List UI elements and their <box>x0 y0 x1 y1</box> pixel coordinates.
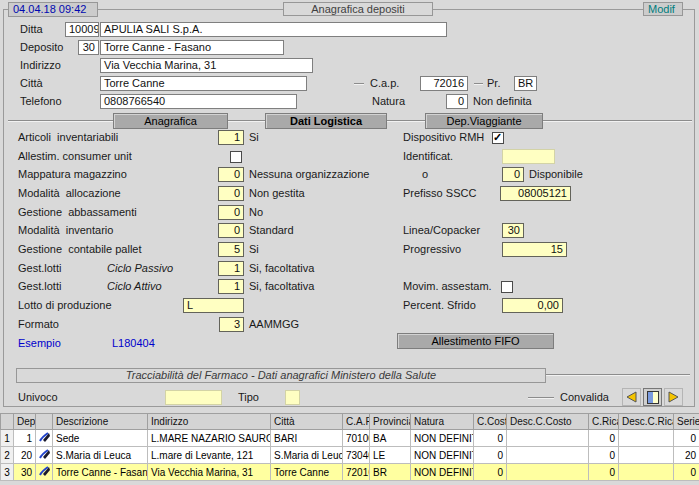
cell-natura[interactable]: NON DEFINITA <box>411 464 474 481</box>
formato-field[interactable]: 3 <box>219 317 244 332</box>
separator-dash <box>354 83 364 85</box>
tab-dati-logistica[interactable]: Dati Logistica <box>265 113 387 129</box>
cap-label: C.a.p. <box>370 76 399 91</box>
esempio-value: L180404 <box>112 336 155 351</box>
sscc-field[interactable]: 08005121 <box>500 186 571 201</box>
cell-cap[interactable]: 72016 <box>343 464 370 481</box>
edit-pen-icon[interactable] <box>36 447 53 464</box>
lotti-passivo-label: Gest.lotti <box>18 261 61 276</box>
cell-descrizione[interactable]: S.Maria di Leuca <box>53 447 148 464</box>
articoli-desc: Si <box>249 130 259 145</box>
allestimento-fifo-button[interactable]: Allestimento FIFO <box>397 333 554 349</box>
lotto-field[interactable]: L <box>183 298 244 313</box>
table-row[interactable]: 2 20 S.Maria di Leuca L.mare di Levante,… <box>1 447 699 464</box>
tipo-field[interactable] <box>285 390 300 405</box>
nav-next-button[interactable] <box>664 388 683 406</box>
cell-natura[interactable]: NON DEFINITA <box>411 430 474 447</box>
edit-pen-icon[interactable] <box>36 464 53 481</box>
cell-citta[interactable]: S.Maria di Leuca <box>271 447 343 464</box>
o-field[interactable]: 0 <box>502 167 524 182</box>
natura-code-field[interactable]: 0 <box>446 94 468 109</box>
abbassamenti-field[interactable]: 0 <box>218 205 244 220</box>
cell-indirizzo[interactable]: Via Vecchia Marina, 31 <box>148 464 271 481</box>
allestim-checkbox[interactable] <box>230 151 242 163</box>
cell-desc-cricavo[interactable] <box>619 464 674 481</box>
cell-ccosto[interactable]: 0 <box>474 464 507 481</box>
pr-field[interactable]: BR <box>514 76 537 91</box>
table-row-selected[interactable]: 3 30 Torre Canne - Fasano Via Vecchia Ma… <box>1 464 699 481</box>
univoco-field[interactable] <box>165 390 222 405</box>
cell-dep[interactable]: 1 <box>14 430 36 447</box>
cell-indirizzo[interactable]: L.mare di Levante, 121 <box>148 447 271 464</box>
telefono-field[interactable]: 0808766540 <box>100 94 297 109</box>
allocazione-field[interactable]: 0 <box>218 186 244 201</box>
sfrido-field[interactable]: 0,00 <box>502 298 563 313</box>
cell-descrizione[interactable]: Torre Canne - Fasano <box>53 464 148 481</box>
pallet-field[interactable]: 5 <box>218 242 244 257</box>
cell-cap[interactable]: 73040 <box>343 447 370 464</box>
nav-previous-button[interactable] <box>622 388 641 406</box>
cell-serie[interactable]: 20 <box>674 447 699 464</box>
cell-ccosto[interactable]: 0 <box>474 447 507 464</box>
mappatura-field[interactable]: 0 <box>218 167 244 182</box>
col-desc-cricavo: Desc.C.Ricavo <box>619 414 674 430</box>
cell-desc-ccosto[interactable] <box>507 464 589 481</box>
identificat-field[interactable] <box>502 149 555 164</box>
col-provincia: Provincia <box>370 414 411 430</box>
movim-checkbox[interactable] <box>501 281 513 293</box>
o-label: o <box>422 167 428 182</box>
cell-desc-ccosto[interactable] <box>507 430 589 447</box>
cell-cricavo[interactable]: 0 <box>589 464 619 481</box>
row-number[interactable]: 1 <box>1 430 14 447</box>
linea-field[interactable]: 30 <box>502 223 524 238</box>
cell-desc-cricavo[interactable] <box>619 447 674 464</box>
cell-cricavo[interactable]: 0 <box>589 430 619 447</box>
inventario-label: Modalità inventario <box>18 223 113 238</box>
progressivo-field[interactable]: 15 <box>502 242 567 257</box>
cell-cap[interactable]: 70100 <box>343 430 370 447</box>
cell-desc-ccosto[interactable] <box>507 447 589 464</box>
cell-dep[interactable]: 20 <box>14 447 36 464</box>
ditta-code-field[interactable]: 10009 <box>65 22 99 37</box>
cell-serie[interactable]: 0 <box>674 430 699 447</box>
deposito-name-field[interactable]: Torre Canne - Fasano <box>100 40 284 55</box>
cell-serie[interactable]: 0 <box>674 464 699 481</box>
cap-field[interactable]: 72016 <box>420 76 468 91</box>
citta-field[interactable]: Torre Canne <box>100 76 307 91</box>
table-row[interactable]: 1 1 Sede L.MARE NAZARIO SAURO 211 BARI 7… <box>1 430 699 447</box>
articoli-field[interactable]: 1 <box>218 130 244 145</box>
lotti-attivo-field[interactable]: 1 <box>218 279 244 294</box>
row-number[interactable]: 2 <box>1 447 14 464</box>
cell-provincia[interactable]: LE <box>370 447 411 464</box>
cell-desc-cricavo[interactable] <box>619 430 674 447</box>
cell-cricavo[interactable]: 0 <box>589 447 619 464</box>
nav-position-button[interactable] <box>643 388 662 406</box>
deposito-code-field[interactable]: 30 <box>78 40 99 55</box>
tab-anagrafica[interactable]: Anagrafica <box>113 113 228 129</box>
indirizzo-field[interactable]: Via Vecchia Marina, 31 <box>100 58 313 73</box>
ditta-name-field[interactable]: APULIA SALI S.p.A. <box>100 22 447 37</box>
cell-citta[interactable]: BARI <box>271 430 343 447</box>
cell-dep[interactable]: 30 <box>14 464 36 481</box>
inventario-field[interactable]: 0 <box>218 223 244 238</box>
lotti-passivo-field[interactable]: 1 <box>218 261 244 276</box>
lotti-attivo-desc: Si, facoltativa <box>249 279 314 294</box>
modif-button[interactable]: Modif <box>643 2 683 16</box>
formato-label: Formato <box>18 317 59 332</box>
lotto-label: Lotto di produzione <box>18 298 112 313</box>
cell-citta[interactable]: Torre Canne <box>271 464 343 481</box>
allestim-label: Allestim. consumer unit <box>18 149 132 164</box>
abbassamenti-row: Gestione abbassamenti 0 No <box>0 205 699 221</box>
tab-dep-viaggiante[interactable]: Dep.Viaggiante <box>425 113 543 129</box>
cell-provincia[interactable]: BA <box>370 430 411 447</box>
formato-desc: AAMMGG <box>249 317 299 332</box>
cell-provincia[interactable]: BR <box>370 464 411 481</box>
cell-natura[interactable]: NON DEFINITA <box>411 447 474 464</box>
citta-label: Città <box>20 76 43 91</box>
row-number[interactable]: 3 <box>1 464 14 481</box>
edit-pen-icon[interactable] <box>36 430 53 447</box>
cell-ccosto[interactable]: 0 <box>474 430 507 447</box>
rmh-checkbox[interactable] <box>492 132 504 144</box>
cell-indirizzo[interactable]: L.MARE NAZARIO SAURO 211 <box>148 430 271 447</box>
cell-descrizione[interactable]: Sede <box>53 430 148 447</box>
